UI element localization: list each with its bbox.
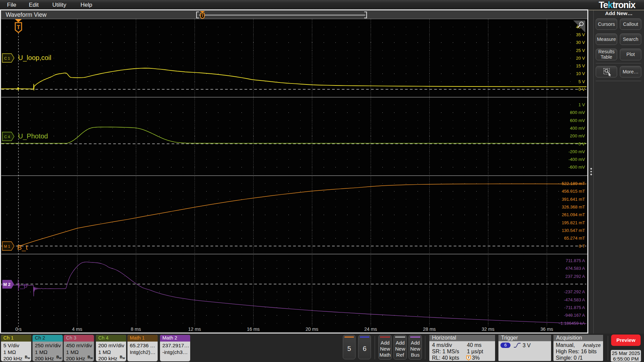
svg-text:261.094 mT: 261.094 mT: [562, 212, 585, 217]
svg-text:M 2: M 2: [3, 282, 11, 287]
svg-text:65.274 mT: 65.274 mT: [564, 236, 585, 241]
svg-text:456.915 mT: 456.915 mT: [562, 189, 585, 194]
svg-text:I_p: I_p: [18, 282, 28, 289]
svg-text:U_loop,coil: U_loop,coil: [18, 54, 51, 62]
svg-text:195.821 mT: 195.821 mT: [562, 220, 585, 225]
svg-text:28 ms: 28 ms: [423, 326, 436, 332]
svg-text:-474.583 A: -474.583 A: [564, 297, 585, 302]
svg-text:400 mV: 400 mV: [570, 126, 585, 131]
svg-text:711.875 A: 711.875 A: [566, 258, 585, 263]
svg-text:20 V: 20 V: [576, 56, 585, 61]
svg-text:0 s: 0 s: [15, 326, 22, 332]
svg-text:474.583 A: 474.583 A: [565, 266, 585, 271]
svg-text:M 1: M 1: [4, 244, 10, 248]
svg-text:391.641 mT: 391.641 mT: [562, 197, 585, 202]
svg-text:-400 mV: -400 mV: [569, 157, 585, 162]
svg-text:10 V: 10 V: [576, 71, 585, 76]
svg-text:25 V: 25 V: [576, 48, 585, 53]
svg-text:130.547 mT: 130.547 mT: [562, 228, 585, 233]
svg-text:800 mV: 800 mV: [570, 110, 585, 115]
svg-text:1 V: 1 V: [578, 102, 585, 107]
svg-text:30 V: 30 V: [576, 40, 585, 45]
svg-text:B_t: B_t: [17, 243, 28, 251]
svg-text:C 1: C 1: [4, 56, 10, 60]
svg-text:0 V: 0 V: [578, 87, 585, 92]
svg-text:-949.167 A: -949.167 A: [564, 313, 585, 318]
svg-text:20 ms: 20 ms: [306, 326, 318, 332]
svg-text:12 ms: 12 ms: [188, 326, 201, 332]
svg-text:-1.186459 kA: -1.186459 kA: [559, 321, 585, 326]
svg-text:600 mV: 600 mV: [570, 118, 585, 123]
svg-text:326.368 mT: 326.368 mT: [562, 204, 585, 209]
svg-text:-237.292 A: -237.292 A: [564, 289, 585, 294]
svg-text:8 ms: 8 ms: [131, 326, 141, 332]
svg-text:-600 mV: -600 mV: [569, 165, 585, 170]
svg-text:200 mV: 200 mV: [570, 133, 585, 138]
svg-text:36 ms: 36 ms: [540, 326, 553, 332]
svg-text:522.189 mT: 522.189 mT: [562, 181, 585, 186]
svg-text:-200 mV: -200 mV: [569, 149, 585, 154]
svg-text:0 T: 0 T: [579, 244, 585, 249]
svg-text:4 ms: 4 ms: [72, 326, 82, 332]
svg-text:U_Photod: U_Photod: [18, 132, 48, 140]
svg-text:237.292 A: 237.292 A: [565, 274, 585, 279]
svg-text:35 V: 35 V: [576, 32, 585, 37]
svg-text:32 ms: 32 ms: [482, 326, 494, 332]
svg-text:-711.875 A: -711.875 A: [564, 305, 585, 310]
svg-text:T: T: [17, 24, 20, 30]
svg-text:15 V: 15 V: [576, 63, 585, 68]
svg-text:T: T: [468, 356, 470, 359]
svg-text:5 V: 5 V: [578, 79, 585, 84]
svg-text:16 ms: 16 ms: [247, 326, 260, 332]
svg-text:C 4: C 4: [4, 135, 10, 139]
svg-text:24 ms: 24 ms: [364, 326, 377, 332]
svg-text:0 V: 0 V: [578, 141, 585, 146]
